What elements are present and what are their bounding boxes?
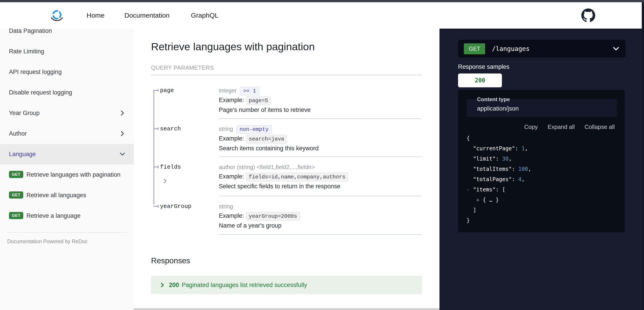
chevron-right-icon bbox=[119, 110, 126, 116]
sidebar-item-data-pagination[interactable]: Data Pagination bbox=[0, 29, 134, 41]
example-value: search=java bbox=[246, 135, 287, 144]
example-label: Example: bbox=[219, 173, 244, 180]
operation-label: Retrieve all languages bbox=[26, 192, 86, 198]
tree-tick bbox=[154, 167, 158, 167]
http-method-badge: GET bbox=[464, 43, 485, 54]
param-name: yearGroup bbox=[160, 202, 219, 211]
page-title: Retrieve languages with pagination bbox=[151, 40, 422, 53]
right-samples-panel: GET /languages Response samples 200 Cont… bbox=[440, 29, 644, 310]
get-method-badge: GET bbox=[9, 212, 23, 219]
horizontal-scrollbar[interactable] bbox=[134, 308, 440, 310]
example-label: Example: bbox=[219, 135, 244, 142]
nav-link-documentation[interactable]: Documentation bbox=[124, 2, 170, 29]
sidebar-item-author[interactable]: Author bbox=[0, 123, 134, 144]
sidebar-item-year-group[interactable]: Year Group bbox=[0, 103, 134, 123]
tree-tick bbox=[154, 90, 158, 91]
param-row-yeargroup: yearGroup string Example:yearGroup=2000s… bbox=[151, 196, 422, 235]
content-type-label: Content type bbox=[477, 96, 625, 103]
param-description: Page's number of items to retrieve bbox=[219, 105, 422, 115]
tree-tick bbox=[154, 206, 158, 207]
param-type: string bbox=[219, 126, 233, 132]
param-row-page: page integer>= 1 Example:page=5 Page's n… bbox=[151, 86, 422, 119]
sidebar: Data Pagination Rate Limiting API reques… bbox=[0, 29, 134, 310]
sidebar-divider bbox=[7, 232, 127, 233]
copy-button[interactable]: Copy bbox=[524, 124, 538, 131]
sidebar-item-label: Year Group bbox=[9, 110, 40, 117]
param-name: search bbox=[160, 124, 219, 134]
sidebar-item-label: Disable request logging bbox=[9, 89, 72, 96]
sidebar-item-label: API request logging bbox=[9, 69, 62, 75]
github-icon[interactable] bbox=[581, 8, 595, 22]
response-samples-label: Response samples bbox=[458, 63, 644, 70]
redoc-attribution-link[interactable]: Documentation Powered by ReDoc bbox=[7, 239, 127, 245]
example-label: Example: bbox=[219, 97, 244, 103]
param-row-fields: fields author (string) <field1,field2,..… bbox=[151, 157, 422, 196]
param-description: Select specific fields to return in the … bbox=[219, 181, 422, 191]
response-json-code: { "currentPage": 1, "limit": 30, "totalI… bbox=[466, 133, 625, 226]
nav-link-graphql[interactable]: GraphQL bbox=[191, 2, 218, 29]
responses-heading: Responses bbox=[151, 256, 422, 265]
response-code: 200 bbox=[169, 282, 179, 289]
sidebar-item-label: Rate Limiting bbox=[9, 48, 44, 55]
param-type: integer bbox=[219, 87, 237, 94]
param-row-search: search stringnon-empty Example:search=ja… bbox=[151, 119, 422, 157]
sidebar-item-label: Data Pagination bbox=[9, 29, 52, 34]
sidebar-item-label: Author bbox=[9, 130, 27, 137]
sidebar-item-label: Language bbox=[9, 151, 36, 158]
example-value: fields=id,name,company,authors bbox=[246, 173, 348, 181]
tree-tick bbox=[154, 129, 158, 129]
chevron-right-icon bbox=[119, 130, 126, 137]
chevron-down-icon bbox=[119, 151, 126, 157]
sidebar-item-disable-request-logging[interactable]: Disable request logging bbox=[0, 82, 134, 103]
param-type: string bbox=[219, 203, 233, 210]
endpoint-dropdown[interactable]: GET /languages bbox=[458, 40, 626, 58]
response-200-row[interactable]: 200 Paginated languages list retrieved s… bbox=[151, 276, 422, 294]
code-actions: Copy Expand all Collapse all bbox=[458, 124, 615, 131]
chevron-right-icon bbox=[160, 282, 165, 288]
logo-icon bbox=[50, 8, 64, 24]
get-method-badge: GET bbox=[9, 191, 23, 198]
expand-chevron-icon[interactable] bbox=[162, 178, 168, 184]
collapse-all-button[interactable]: Collapse all bbox=[585, 124, 615, 131]
sidebar-item-rate-limiting[interactable]: Rate Limiting bbox=[0, 41, 134, 62]
param-name: page bbox=[160, 86, 219, 95]
param-type: author (string) <field1,field2,...,field… bbox=[219, 164, 315, 170]
param-name: fields bbox=[160, 162, 219, 172]
param-constraint-badge: >= 1 bbox=[240, 87, 260, 95]
tab-response-200[interactable]: 200 bbox=[458, 73, 502, 87]
sidebar-op-retrieve-a-language[interactable]: GET Retrieve a language bbox=[0, 205, 134, 226]
main-content: Retrieve languages with pagination QUERY… bbox=[134, 29, 440, 308]
nav-link-home[interactable]: Home bbox=[86, 2, 104, 29]
top-navbar: Home Documentation GraphQL bbox=[0, 2, 642, 29]
sidebar-op-retrieve-languages-with-pagination[interactable]: GET Retrieve languages with pagination bbox=[0, 164, 134, 185]
get-method-badge: GET bbox=[9, 171, 23, 178]
sidebar-item-language[interactable]: Language bbox=[0, 144, 134, 164]
query-parameters-label: QUERY PARAMETERS bbox=[151, 64, 422, 75]
parameters-table: page integer>= 1 Example:page=5 Page's n… bbox=[151, 86, 422, 235]
example-label: Example: bbox=[219, 212, 244, 219]
sidebar-op-retrieve-all-languages[interactable]: GET Retrieve all languages bbox=[0, 185, 134, 205]
operation-label: Retrieve languages with pagination bbox=[26, 171, 120, 178]
operation-label: Retrieve a language bbox=[26, 212, 80, 219]
response-sample-panel: Content type application/json Copy Expan… bbox=[458, 90, 625, 232]
window-top-strip bbox=[0, 0, 644, 2]
param-description: Search items containing this keyword bbox=[219, 144, 422, 153]
example-value: yearGroup=2000s bbox=[246, 212, 300, 221]
param-constraint-badge: non-empty bbox=[236, 125, 272, 134]
sidebar-item-api-request-logging[interactable]: API request logging bbox=[0, 62, 134, 82]
param-description: Name of a year's group bbox=[219, 221, 422, 230]
expand-all-button[interactable]: Expand all bbox=[548, 124, 575, 131]
sidebar-menu: Data Pagination Rate Limiting API reques… bbox=[0, 29, 134, 245]
example-value: page=5 bbox=[246, 96, 271, 105]
endpoint-path: /languages bbox=[492, 45, 530, 52]
site-logo[interactable] bbox=[50, 8, 64, 24]
response-message: Paginated languages list retrieved succe… bbox=[182, 282, 307, 289]
right-edge-scroll-track[interactable] bbox=[642, 0, 644, 310]
chevron-down-icon bbox=[612, 45, 620, 52]
